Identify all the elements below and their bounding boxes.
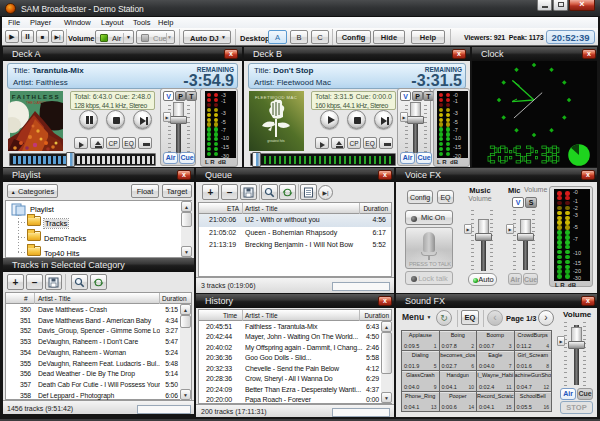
svg-text:greatest hits: greatest hits: [267, 139, 285, 143]
svg-text:FAITHLESS: FAITHLESS: [12, 93, 60, 100]
